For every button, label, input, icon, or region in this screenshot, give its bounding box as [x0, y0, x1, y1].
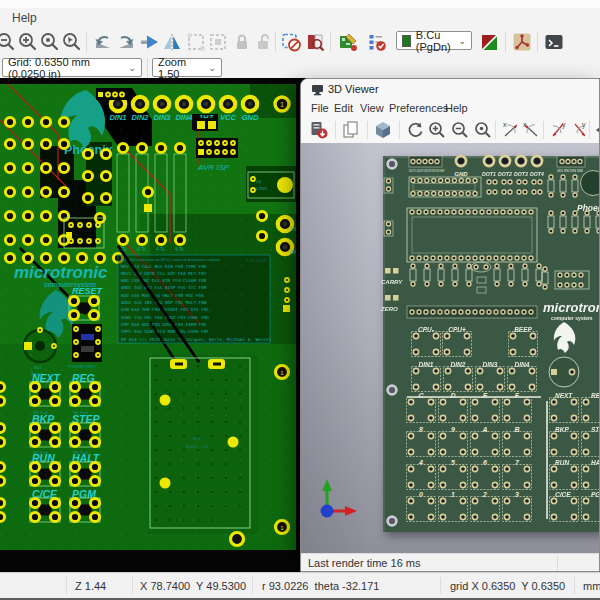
statusbar-separator: [132, 577, 133, 594]
lock-icon[interactable]: [231, 31, 253, 53]
footprint-browser-icon[interactable]: [304, 31, 326, 53]
board-3d-render: DOT1 DOT2 DOT3 DOT4 1HZ GND DOT1 DOT2 DO…: [379, 151, 600, 536]
editor-toolbar-secondary: Grid: 0.6350 mm (0.0250 in) ⌄ Zoom 1.50 …: [0, 57, 600, 79]
svg-text:6: 6: [483, 459, 487, 466]
zoom-selection-icon[interactable]: [61, 31, 83, 53]
axis-gizmo: [315, 475, 361, 525]
statusbar-separator: [66, 577, 67, 594]
din1-label: DIN1: [419, 361, 434, 368]
refresh-view-icon[interactable]: [405, 120, 425, 140]
carry-label: CARRY: [381, 279, 403, 285]
gnd-pad-label: GND: [454, 171, 468, 177]
editor-statusbar: Z 1.44 X 78.7400 Y 49.5300 r 93.0226 the…: [0, 572, 600, 599]
rotate-x-pos-icon[interactable]: x: [521, 120, 541, 140]
zoom-in-icon[interactable]: [427, 120, 447, 140]
zoom-in-icon[interactable]: [17, 31, 39, 53]
viewer3d-viewport[interactable]: DOT1 DOT2 DOT3 DOT4 1HZ GND DOT1 DOT2 DO…: [301, 143, 599, 553]
svg-text:A: A: [481, 426, 487, 433]
zoom-fit-icon[interactable]: [473, 120, 493, 140]
svg-text:B: B: [514, 426, 519, 433]
cursor-arrow-icon[interactable]: [138, 31, 160, 53]
render-options-cube-icon[interactable]: [373, 120, 393, 140]
pan-view-icon[interactable]: [594, 120, 600, 140]
svg-text:2: 2: [482, 491, 487, 498]
din4-label: DIN4: [515, 361, 530, 368]
toolbar-separator: [86, 32, 87, 52]
rotate-y-pos-icon[interactable]: y: [569, 120, 589, 140]
viewer3d-titlebar[interactable]: 3D Viewer: [301, 79, 599, 100]
run-3d: RUN: [555, 459, 569, 466]
brand-3d: microtronic: [543, 300, 600, 315]
undo-icon[interactable]: [92, 31, 114, 53]
menu-view[interactable]: View: [356, 101, 388, 115]
layer-selector-value: B.Cu (PgDn): [416, 29, 459, 53]
chevron-down-icon: ⌄: [458, 36, 466, 46]
status-zoom: Z 1.44: [75, 580, 106, 592]
statusbar-separator: [252, 577, 253, 594]
statusbar-separator: [557, 556, 558, 572]
status-polar: r 93.0226 theta -32.171: [262, 580, 379, 592]
dot2-label: DOT2: [498, 171, 512, 177]
zoom-selector-value: Zoom 1.50: [158, 56, 208, 80]
halt-3d: HALT: [591, 459, 600, 466]
cce-3d: C/CE: [555, 491, 571, 498]
layer-selector[interactable]: B.Cu (PgDn) ⌄: [396, 31, 472, 50]
menu-edit[interactable]: Edit: [330, 101, 357, 115]
scripting-console-icon[interactable]: [543, 31, 565, 53]
dot1-label: DOT1: [482, 171, 496, 177]
layer-color-swatch: [402, 35, 411, 47]
hide-ratsnest-icon[interactable]: [280, 31, 302, 53]
viewer3d-menubar: File Edit View Preferences Help: [301, 100, 599, 117]
header-left-labels: DOT1 DOT2 DOT3 DOT4 1HZ: [409, 169, 445, 173]
export-image-icon[interactable]: [309, 120, 329, 140]
monitor-icon: [311, 84, 324, 96]
din2-label: DIN2: [451, 361, 466, 368]
highlight-net-icon[interactable]: [511, 31, 533, 53]
menu-help[interactable]: Help: [6, 10, 43, 26]
editor-menubar: Help: [0, 8, 600, 28]
toolbar-separator: [537, 32, 538, 52]
toolbar-separator: [495, 121, 496, 139]
zoom-out-icon[interactable]: [450, 120, 470, 140]
menu-file[interactable]: File: [307, 101, 333, 115]
reg-3d: REG: [591, 392, 600, 399]
svg-text:F: F: [515, 392, 520, 399]
copy-image-icon[interactable]: [341, 120, 361, 140]
z-axis-origin: [321, 505, 334, 518]
brand-sub-3d: computer system: [551, 315, 593, 321]
zoom-fit-icon[interactable]: [39, 31, 61, 53]
svg-text:8: 8: [419, 426, 423, 433]
redo-icon[interactable]: [115, 31, 137, 53]
drc-icon[interactable]: [366, 31, 388, 53]
grid-selector-value: Grid: 0.6350 mm (0.0250 in): [8, 56, 128, 80]
kicad-pcb-editor-window: Help B.Cu (PgDn) ⌄ G: [0, 0, 600, 600]
mirror-icon[interactable]: [161, 31, 183, 53]
flip-board-view-icon[interactable]: [478, 31, 500, 53]
y-axis-arrow: [322, 479, 332, 491]
svg-text:E: E: [483, 392, 488, 399]
pgm-3d: PGM: [591, 491, 600, 498]
update-pcb-icon[interactable]: [337, 31, 359, 53]
rotate-x-neg-icon[interactable]: x: [501, 120, 521, 140]
zero-label: ZERO: [380, 306, 398, 312]
ungroup-selection-icon[interactable]: [207, 31, 229, 53]
menu-help[interactable]: Help: [441, 101, 472, 115]
group-selection-icon[interactable]: [185, 31, 207, 53]
viewer3d-title: 3D Viewer: [328, 83, 379, 95]
svg-text:4: 4: [418, 459, 423, 466]
toolbar-separator: [505, 32, 506, 52]
window-caption-strip[interactable]: [0, 0, 600, 8]
svg-text:9: 9: [451, 426, 455, 433]
rotate-y-neg-icon[interactable]: y: [549, 120, 569, 140]
x-axis-arrow: [345, 506, 357, 516]
svg-text:D: D: [450, 392, 455, 399]
dot3-label: DOT3: [514, 171, 528, 177]
svg-text:y: y: [582, 121, 586, 129]
zoom-out-icon[interactable]: [0, 31, 17, 53]
unlock-icon[interactable]: [252, 31, 274, 53]
zoom-selector[interactable]: Zoom 1.50 ⌄: [152, 58, 222, 77]
editor-toolbar: B.Cu (PgDn) ⌄: [0, 28, 600, 57]
toolbar-separator: [367, 121, 368, 139]
grid-selector[interactable]: Grid: 0.6350 mm (0.0250 in) ⌄: [2, 58, 142, 77]
toolbar-separator: [275, 32, 276, 52]
